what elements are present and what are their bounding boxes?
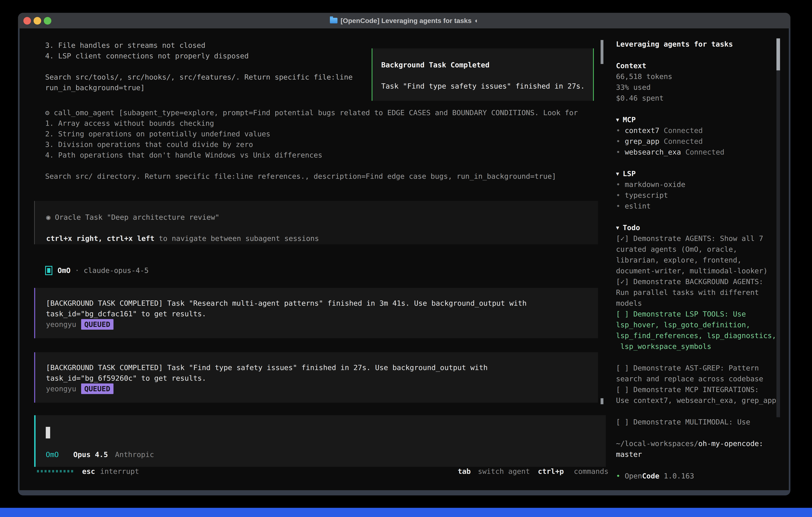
- oracle-hint-line: ctrl+x right, ctrl+x left to navigate be…: [46, 233, 598, 244]
- oracle-hint-keys: ctrl+x right, ctrl+x left: [46, 234, 154, 243]
- background-task-card: [BACKGROUND TASK COMPLETED] Task "Resear…: [34, 288, 598, 338]
- esc-key-hint: esc: [82, 466, 95, 477]
- agent-icon: [45, 266, 52, 275]
- lsp-item: •eslint: [616, 201, 776, 212]
- task-meta: yeongyu QUEUED: [46, 319, 598, 330]
- task-line-1: [BACKGROUND TASK COMPLETED] Task "Find t…: [46, 362, 598, 373]
- mcp-heading: MCP: [623, 115, 636, 124]
- status-badge: QUEUED: [81, 319, 114, 330]
- window-title: [OpenCode] Leveraging agents for tasks: [341, 17, 472, 25]
- tab-key-label: switch agent: [478, 466, 530, 477]
- notification-title: Background Task Completed: [381, 60, 593, 70]
- activity-spinner-dots: [37, 470, 75, 472]
- ctrlp-key-label: commands: [574, 466, 608, 477]
- transcript-intro-text: 3. File handles or streams not closed 4.…: [45, 40, 353, 93]
- todo-item-pending: [ ] Demonstrate MCP INTEGRATIONS: Use co…: [616, 384, 776, 406]
- version-line: •OpenCode1.0.163: [616, 471, 776, 482]
- workspace-branch: master: [616, 449, 776, 460]
- lsp-server-name: markdown-oxide: [625, 180, 685, 189]
- mcp-item: •context7Connected: [616, 125, 776, 136]
- todo-item-active: [ ] Demonstrate LSP TOOLS: Use lsp_hover…: [616, 309, 776, 352]
- lsp-heading: LSP: [623, 169, 636, 178]
- terminal-window: [OpenCode] Leveraging agents for tasks ◐…: [18, 13, 790, 495]
- agent-name: OmO: [58, 265, 70, 276]
- todo-section-header[interactable]: ▼Todo: [616, 222, 776, 233]
- folder-icon: [330, 18, 338, 23]
- app-version-number: 1.0.163: [664, 472, 694, 480]
- bullet-icon: •: [616, 126, 620, 135]
- tool-call-block: ⚙ call_omo_agent [subagent_type=explore,…: [45, 107, 578, 182]
- mcp-item: •grep_appConnected: [616, 136, 776, 147]
- model-row: OmO Opus 4.5 Anthropic: [46, 449, 154, 460]
- zoom-button[interactable]: [44, 17, 51, 25]
- bullet-icon: •: [616, 202, 620, 210]
- session-title: Leveraging agents for tasks: [616, 39, 776, 50]
- bullet-icon: •: [616, 137, 620, 145]
- oracle-task-title: Oracle Task "Deep architecture review": [55, 213, 220, 221]
- context-spent: $0.46 spent: [616, 93, 776, 104]
- app-name-dim: Open: [625, 472, 642, 480]
- title-wrap: [OpenCode] Leveraging agents for tasks ◐: [330, 17, 479, 25]
- background-task-card: [BACKGROUND TASK COMPLETED] Task "Find t…: [34, 352, 598, 403]
- status-badge: QUEUED: [81, 383, 114, 394]
- chevron-down-icon: ▼: [616, 117, 619, 123]
- traffic-lights: [23, 17, 51, 25]
- terminal-content: 3. File handles or streams not closed 4.…: [20, 28, 789, 490]
- task-line-2: task_id="bg_dcfac161" to get results.: [46, 308, 598, 319]
- desktop-accent-bar: [0, 508, 812, 517]
- minimize-button[interactable]: [34, 17, 41, 25]
- task-user: yeongyu: [46, 319, 76, 330]
- mcp-server-name: websearch_exa: [625, 148, 681, 156]
- esc-key-label: interrupt: [100, 466, 139, 477]
- context-used: 33% used: [616, 82, 776, 93]
- mcp-server-status: Connected: [685, 148, 724, 156]
- todo-item-done: [✓] Demonstrate BACKGROUND AGENTS: Run p…: [616, 276, 776, 309]
- workspace-path: ~/local-workspaces/oh-my-opencode:: [616, 438, 776, 449]
- version-bullet-icon: •: [616, 472, 620, 480]
- tab-key-hint: tab: [458, 466, 471, 477]
- notification-body: Task "Find type safety issues" finished …: [381, 81, 593, 91]
- lsp-item: •typescript: [616, 190, 776, 201]
- ctrlp-key-hint: ctrl+p: [538, 466, 564, 477]
- workspace-repo: oh-my-opencode:: [698, 439, 763, 447]
- mcp-section-header[interactable]: ▼MCP: [616, 114, 776, 125]
- mcp-item: •websearch_exaConnected: [616, 147, 776, 158]
- close-button[interactable]: [23, 17, 31, 25]
- lsp-item: •markdown-oxide: [616, 179, 776, 190]
- mcp-server-name: context7: [625, 126, 659, 135]
- mcp-server-status: Connected: [664, 126, 703, 135]
- bullet-icon: •: [616, 148, 620, 156]
- agent-icon-fill: [47, 268, 50, 273]
- workspace-path-prefix: ~/local-workspaces/: [616, 439, 698, 447]
- sidebar: Leveraging agents for tasks Context 66,5…: [616, 39, 776, 482]
- todo-heading: Todo: [623, 223, 640, 232]
- todo-item-pending: [ ] Demonstrate AST-GREP: Pattern search…: [616, 363, 776, 384]
- oracle-task-box: ◉Oracle Task "Deep architecture review" …: [34, 201, 598, 244]
- todo-item-done: [✓] Demonstrate AGENTS: Show all 7 curat…: [616, 233, 776, 276]
- prompt-input[interactable]: OmO Opus 4.5 Anthropic: [34, 415, 606, 467]
- todo-item-pending: [ ] Demonstrate MULTIMODAL: Use: [616, 417, 776, 428]
- agent-model: claude-opus-4-5: [84, 265, 149, 276]
- mcp-server-status: Connected: [664, 137, 703, 145]
- input-agent-name: OmO: [46, 451, 59, 459]
- lsp-server-name: eslint: [625, 202, 651, 210]
- sidebar-scrollbar-track[interactable]: [777, 38, 780, 417]
- input-model-name[interactable]: Opus 4.5: [73, 451, 108, 459]
- sidebar-scrollbar-thumb[interactable]: [777, 38, 780, 71]
- bullet-icon: •: [616, 191, 620, 199]
- titlebar[interactable]: [OpenCode] Leveraging agents for tasks ◐: [18, 13, 790, 28]
- transcript-scrollbar-thumb[interactable]: [601, 40, 603, 64]
- bullet-icon: •: [616, 180, 620, 189]
- oracle-icon: ◉: [46, 213, 51, 221]
- agent-separator: ·: [75, 265, 79, 276]
- chevron-down-icon: ▼: [616, 225, 619, 231]
- transcript-scrollbar-thumb-bottom[interactable]: [601, 398, 603, 404]
- task-meta: yeongyu QUEUED: [46, 383, 598, 394]
- context-tokens: 66,518 tokens: [616, 71, 776, 82]
- lsp-section-header[interactable]: ▼LSP: [616, 168, 776, 179]
- oracle-task-title-line: ◉Oracle Task "Deep architecture review": [46, 212, 598, 222]
- task-user: yeongyu: [46, 383, 76, 394]
- notification-toast[interactable]: Background Task Completed Task "Find typ…: [372, 48, 594, 101]
- task-line-1: [BACKGROUND TASK COMPLETED] Task "Resear…: [46, 298, 598, 308]
- lsp-server-name: typescript: [625, 191, 668, 199]
